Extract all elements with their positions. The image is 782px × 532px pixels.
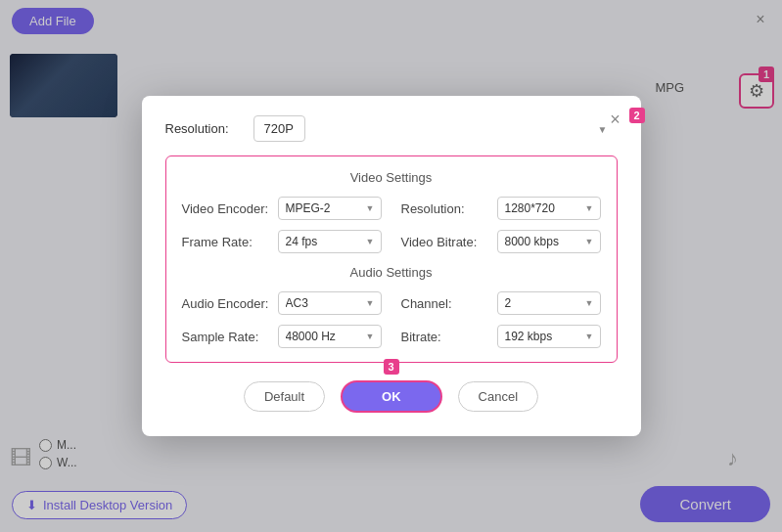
sample-rate-label: Sample Rate: <box>182 330 270 344</box>
ok-button[interactable]: OK <box>341 380 442 413</box>
settings-modal: × Resolution: 720P 2 Video Settings Vide… <box>142 96 641 436</box>
resolution-row-2: Resolution: 1280*720 <box>401 197 601 220</box>
bitrate-row: Bitrate: 192 kbps <box>401 325 601 348</box>
resolution-select-2[interactable]: 1280*720 <box>497 197 601 220</box>
settings-box: Video Settings Video Encoder: MPEG-2 Res… <box>165 155 618 363</box>
badge-3: 3 <box>384 359 399 375</box>
audio-settings-grid: Audio Encoder: AC3 Channel: 2 Sample <box>182 291 601 348</box>
cancel-button[interactable]: Cancel <box>458 381 538 412</box>
resolution-label-2: Resolution: <box>401 201 489 216</box>
video-settings-grid: Video Encoder: MPEG-2 Resolution: 1280*7… <box>182 197 601 253</box>
audio-encoder-label: Audio Encoder: <box>182 296 270 311</box>
resolution-row: Resolution: 720P 2 <box>165 115 618 142</box>
frame-rate-select[interactable]: 24 fps <box>278 230 382 253</box>
default-button[interactable]: Default <box>244 381 325 412</box>
bitrate-select[interactable]: 192 kbps <box>497 325 601 348</box>
channel-label: Channel: <box>401 296 489 311</box>
bitrate-label: Bitrate: <box>401 330 489 344</box>
frame-rate-label: Frame Rate: <box>182 235 270 249</box>
video-bitrate-label: Video Bitrate: <box>401 235 489 249</box>
video-bitrate-select[interactable]: 8000 kbps <box>497 230 601 253</box>
video-bitrate-row: Video Bitrate: 8000 kbps <box>401 230 601 253</box>
sample-rate-row: Sample Rate: 48000 Hz <box>182 325 382 348</box>
audio-encoder-select[interactable]: AC3 <box>278 291 382 315</box>
video-settings-title: Video Settings <box>182 170 601 185</box>
badge-2: 2 <box>629 108 645 123</box>
audio-encoder-row: Audio Encoder: AC3 <box>182 291 382 315</box>
video-encoder-label: Video Encoder: <box>182 201 270 216</box>
video-encoder-select[interactable]: MPEG-2 <box>278 197 382 220</box>
sample-rate-select[interactable]: 48000 Hz <box>278 325 382 348</box>
channel-select[interactable]: 2 <box>497 291 601 315</box>
resolution-select[interactable]: 720P <box>253 115 305 142</box>
frame-rate-row: Frame Rate: 24 fps <box>182 230 382 253</box>
channel-row: Channel: 2 <box>401 291 601 315</box>
audio-settings-title: Audio Settings <box>182 265 601 280</box>
resolution-label: Resolution: <box>165 121 253 136</box>
video-encoder-row: Video Encoder: MPEG-2 <box>182 197 382 220</box>
modal-buttons: 3 Default OK Cancel <box>165 380 618 413</box>
